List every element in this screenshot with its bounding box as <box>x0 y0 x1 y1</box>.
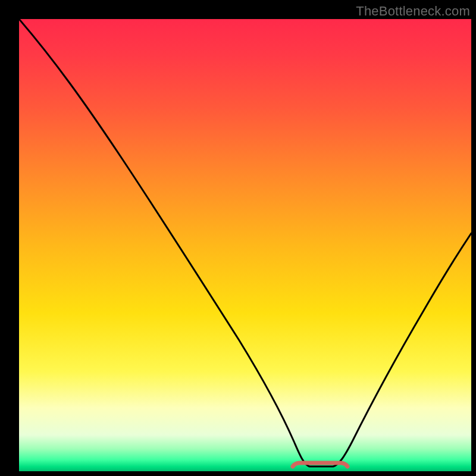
chart-frame: TheBottleneck.com <box>0 0 476 476</box>
plot-area <box>19 19 471 471</box>
valley-marker <box>19 19 471 471</box>
watermark-text: TheBottleneck.com <box>356 4 470 19</box>
valley-marker-path <box>293 463 347 466</box>
